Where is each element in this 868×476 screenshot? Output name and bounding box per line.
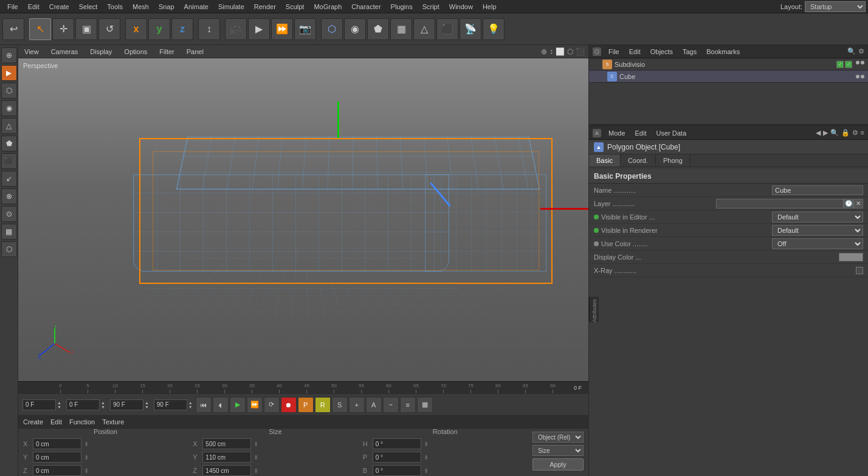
position-z-input[interactable] — [33, 465, 81, 476]
cone-primitive-button[interactable]: △ — [413, 18, 435, 40]
obj-menu-edit[interactable]: Edit — [627, 47, 643, 56]
menu-item-help[interactable]: Help — [478, 2, 501, 12]
rotation-p-input[interactable] — [373, 452, 421, 463]
layer-clock-btn[interactable]: 🕐 — [844, 199, 853, 209]
loop-button[interactable]: ⟳ — [264, 397, 280, 413]
menu-item-mograph[interactable]: MoGraph — [309, 2, 346, 12]
key-all-button[interactable]: + — [349, 397, 365, 413]
menu-item-mesh[interactable]: Mesh — [128, 2, 154, 12]
size-y-arrows[interactable]: ⬍ — [253, 454, 258, 461]
frame-input-4[interactable] — [154, 399, 187, 410]
camera-button2[interactable]: 💡 — [483, 18, 505, 40]
undo-button[interactable]: ↩ — [2, 18, 24, 40]
cube-primitive-button[interactable]: ⬡ — [321, 18, 343, 40]
select-tool-button[interactable]: ↖ — [29, 18, 51, 40]
sidebar-btn-8[interactable]: ↙ — [1, 171, 17, 187]
coord-system-button[interactable]: ↕ — [198, 18, 220, 40]
coord-size-dropdown[interactable]: Size — [532, 445, 584, 456]
menu-item-plugins[interactable]: Plugins — [386, 2, 418, 12]
world-axis-button[interactable]: x — [125, 18, 147, 40]
vis-renderer-dropdown[interactable]: Default — [772, 225, 863, 236]
render-region-button[interactable]: ▶ — [248, 18, 270, 40]
menu-item-create[interactable]: Create — [44, 2, 74, 12]
viewport-menu-filter[interactable]: Filter — [157, 47, 176, 57]
attr-tab-phong[interactable]: Phong — [656, 154, 691, 167]
rotation-b-input[interactable] — [373, 465, 421, 476]
attr-tab-coord[interactable]: Coord. — [621, 154, 656, 167]
record-pos-button[interactable]: P — [298, 397, 314, 413]
sidebar-btn-5[interactable]: △ — [1, 118, 17, 134]
sidebar-btn-9[interactable]: ⊗ — [1, 188, 17, 204]
viewport-menu-panel[interactable]: Panel — [184, 47, 206, 57]
rotation-h-input[interactable] — [373, 438, 421, 449]
layers-button[interactable]: ≡ — [400, 397, 416, 413]
prop-name-input[interactable] — [772, 185, 863, 195]
position-x-input[interactable] — [33, 438, 81, 449]
coords-menu-create[interactable]: Create — [23, 418, 43, 426]
frame-arrow-3[interactable]: ▲▼ — [145, 401, 149, 409]
motion-button[interactable]: ~ — [383, 397, 399, 413]
attr-nav-forward[interactable]: ▶ — [823, 129, 828, 137]
rot-p-arrows[interactable]: ⬍ — [424, 454, 429, 461]
viewport-menu-cameras[interactable]: Cameras — [49, 47, 81, 57]
record-scale-button[interactable]: S — [332, 397, 348, 413]
menu-item-tools[interactable]: Tools — [102, 2, 128, 12]
menu-item-sculpt[interactable]: Sculpt — [281, 2, 309, 12]
obj-menu-file[interactable]: File — [606, 47, 622, 56]
sidebar-btn-6[interactable]: ⬟ — [1, 136, 17, 151]
plane-primitive-button[interactable]: ▦ — [390, 18, 412, 40]
vis-editor-dropdown[interactable]: Default — [772, 212, 863, 222]
attr-settings-icon[interactable]: ⚙ — [852, 129, 858, 137]
apply-button[interactable]: Apply — [532, 458, 584, 471]
size-z-arrows[interactable]: ⬍ — [253, 467, 258, 474]
frame-arrow-2[interactable]: ▲▼ — [101, 401, 105, 409]
obj-check-2[interactable]: ✓ — [845, 61, 852, 68]
menu-item-edit[interactable]: Edit — [23, 2, 44, 12]
frame-arrow-4[interactable]: ▲▼ — [188, 401, 193, 409]
render-settings-button[interactable]: 📷 — [294, 18, 316, 40]
screen-axis-button[interactable]: z — [171, 18, 193, 40]
obj-menu-bookmarks[interactable]: Bookmarks — [704, 47, 742, 56]
torus-primitive-button[interactable]: ⬛ — [436, 18, 458, 40]
record-rot-button[interactable]: R — [315, 397, 331, 413]
light-button[interactable]: 📡 — [460, 18, 481, 40]
sidebar-btn-10[interactable]: ⊙ — [1, 206, 17, 222]
menu-item-script[interactable]: Script — [418, 2, 444, 12]
size-x-arrows[interactable]: ⬍ — [253, 441, 258, 447]
menu-item-file[interactable]: File — [2, 2, 23, 12]
obj-menu-tags[interactable]: Tags — [680, 47, 699, 56]
menu-item-simulate[interactable]: Simulate — [213, 2, 249, 12]
prev-frame-button[interactable]: ⏴ — [213, 397, 229, 413]
use-color-dropdown[interactable]: Off — [772, 238, 863, 249]
obj-row-subdivision[interactable]: S Subdivisio ✓ ✓ — [589, 58, 868, 71]
menu-item-snap[interactable]: Snap — [154, 2, 179, 12]
size-z-input[interactable] — [202, 465, 251, 476]
sidebar-btn-3[interactable]: ⬡ — [1, 83, 17, 98]
prop-layer-input[interactable] — [716, 199, 844, 209]
viewport-menu-display[interactable]: Display — [88, 47, 114, 57]
viewport-icon-move[interactable]: ⊕ — [541, 47, 547, 56]
object-axis-button[interactable]: y — [148, 18, 170, 40]
timeline-button[interactable]: ▦ — [417, 397, 433, 413]
camera-tool-button[interactable]: 🎥 — [225, 18, 247, 40]
coords-menu-texture[interactable]: Texture — [102, 418, 124, 426]
coords-menu-function[interactable]: Function — [69, 418, 95, 426]
menu-item-character[interactable]: Character — [346, 2, 385, 12]
frame-input-2[interactable] — [66, 399, 100, 410]
position-y-input[interactable] — [33, 452, 81, 463]
size-y-input[interactable] — [202, 452, 251, 463]
viewport-icon-fullscreen[interactable]: ⬛ — [576, 47, 585, 56]
scale-tool-button[interactable]: ▣ — [75, 18, 97, 40]
obj-check-1[interactable]: ✓ — [836, 61, 844, 68]
rot-h-arrows[interactable]: ⬍ — [424, 441, 429, 447]
next-frame-button[interactable]: ⏩ — [247, 397, 263, 413]
rotate-tool-button[interactable]: ↺ — [98, 18, 120, 40]
rot-b-arrows[interactable]: ⬍ — [424, 467, 429, 474]
size-x-input[interactable] — [202, 438, 251, 449]
autokey-button[interactable]: A — [366, 397, 382, 413]
menu-item-animate[interactable]: Animate — [179, 2, 213, 12]
viewport-menu-options[interactable]: Options — [122, 47, 150, 57]
attr-menu-userdata[interactable]: User Data — [654, 129, 689, 137]
attr-menu-mode[interactable]: Mode — [606, 129, 628, 137]
viewport-icon-frame[interactable]: ⬜ — [556, 47, 565, 56]
